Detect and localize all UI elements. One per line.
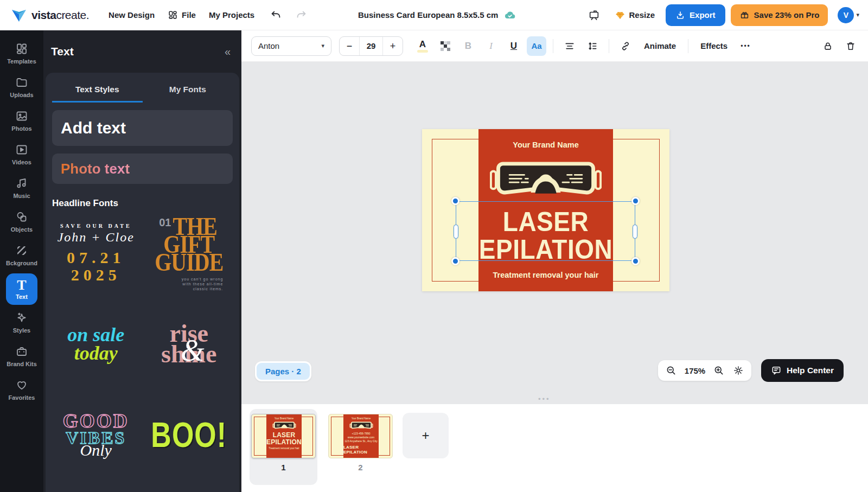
effects-button[interactable]: Effects (695, 37, 733, 55)
app-root: vistacreate. New Design File My Projects (0, 0, 868, 492)
sidebar-item-videos[interactable]: Videos (2, 139, 41, 170)
add-page-button[interactable]: + (403, 413, 449, 458)
sidebar-item-photos[interactable]: Photos (2, 105, 41, 137)
sidebar-item-templates[interactable]: Templates (2, 38, 41, 69)
collapse-panel-icon[interactable]: « (225, 46, 231, 58)
zoom-in-button[interactable] (710, 362, 727, 379)
chevron-down-icon: ▾ (856, 11, 859, 18)
resize-label: Resize (629, 10, 655, 20)
link-button[interactable] (616, 36, 635, 56)
file-grid-icon (168, 10, 178, 20)
text-style-gift-guide[interactable]: 01 THE GIFT GUIDE you can't go wrong wit… (145, 214, 233, 292)
more-options-icon[interactable]: ••• (736, 42, 755, 50)
add-text-button[interactable]: Add text (52, 110, 233, 146)
tab-text-styles[interactable]: Text Styles (52, 76, 143, 103)
selection-box[interactable] (456, 201, 635, 261)
divider (609, 39, 609, 53)
divider (553, 39, 553, 53)
image-icon (15, 110, 28, 123)
page-thumbnail-1[interactable]: Your Brand Name LASER EPILATION T (251, 414, 316, 458)
panel-tabs: Text Styles My Fonts (52, 76, 233, 103)
selection-handle-bottom-right[interactable] (631, 257, 640, 265)
photo-text-button[interactable]: Photo text (52, 154, 233, 184)
italic-button[interactable]: I (481, 36, 501, 56)
font-size-increase-button[interactable]: + (383, 37, 403, 55)
sidebar-item-objects[interactable]: Objects (2, 206, 41, 238)
tab-my-fonts[interactable]: My Fonts (143, 76, 233, 103)
export-label: Export (690, 10, 716, 20)
sidebar-item-label: Brand Kits (7, 361, 37, 367)
pages-pill[interactable]: Pages · 2 (255, 361, 311, 381)
text-highlight-button[interactable] (436, 36, 455, 56)
save-on-pro-button[interactable]: Save 23% on Pro (731, 4, 828, 26)
my-projects-button[interactable]: My Projects (202, 6, 261, 24)
sidebar-item-label: Favorites (9, 394, 35, 401)
gem-icon (615, 10, 626, 21)
sidebar-item-label: Videos (12, 159, 31, 165)
sidebar-item-brand-kits[interactable]: Brand Kits (2, 341, 41, 372)
undo-button[interactable] (266, 5, 286, 25)
zoom-level-value[interactable]: 175% (682, 366, 708, 375)
document-title[interactable]: Business Card European 8.5x5.5 cm (358, 10, 498, 20)
text-style-good-vibes-only[interactable]: GOOD VIBES Only (52, 395, 140, 473)
line-spacing-button[interactable] (583, 36, 602, 56)
download-icon (675, 10, 685, 20)
selection-handle-top-left[interactable] (451, 197, 459, 205)
strip-resize-handle[interactable]: ••• (538, 395, 551, 403)
redo-button[interactable] (291, 5, 311, 25)
text-color-button[interactable]: A (413, 36, 432, 56)
delete-button[interactable] (841, 36, 860, 56)
text-style-on-sale-today[interactable]: on sale today (52, 305, 140, 382)
sidebar-item-label: Photos (11, 125, 31, 132)
sidebar-item-label: Templates (7, 58, 36, 65)
vistacreate-logo[interactable]: vistacreate. (11, 7, 89, 23)
line-spacing-icon (587, 41, 598, 52)
sidebar-item-text[interactable]: T Text (6, 273, 37, 305)
text-align-button[interactable] (560, 36, 579, 56)
checkerboard-icon (441, 41, 450, 51)
canvas-area[interactable]: Your Brand Name (241, 62, 868, 404)
text-style-save-our-date[interactable]: SAVE OUR DATE John + Cloe 07.21 2025 (52, 214, 140, 292)
goggles-graphic[interactable] (490, 157, 602, 202)
text-tool-icon: T (17, 278, 26, 292)
font-family-select[interactable]: Anton ▾ (251, 36, 331, 56)
canvas-settings-button[interactable] (730, 362, 747, 379)
card-brand-name[interactable]: Your Brand Name (513, 140, 578, 149)
animate-button[interactable]: Animate (639, 37, 681, 55)
font-size-stepper: − 29 + (339, 36, 403, 56)
selection-handle-left[interactable] (454, 225, 458, 239)
text-style-rise-and-shine[interactable]: rise shine & (145, 305, 233, 382)
text-style-boo[interactable]: BOO! (145, 395, 233, 473)
font-size-decrease-button[interactable]: − (340, 37, 359, 55)
font-size-value[interactable]: 29 (359, 37, 383, 55)
text-panel: Text « Text Styles My Fonts Add text Pho… (43, 30, 241, 492)
sidebar-item-background[interactable]: Bckground (2, 240, 41, 271)
sidebar-item-favorites[interactable]: Favorites (2, 374, 41, 406)
page-strip: Your Brand Name LASER EPILATION T (241, 404, 868, 492)
text-case-button[interactable]: Aa (527, 36, 546, 56)
sidebar-item-uploads[interactable]: Uploads (2, 72, 41, 103)
account-menu[interactable]: V ▾ (838, 7, 859, 23)
file-menu[interactable]: File (161, 5, 202, 24)
tool-rail: Templates Uploads Photos Videos (0, 30, 43, 492)
sidebar-item-styles[interactable]: Styles (2, 307, 41, 338)
present-button[interactable] (584, 5, 604, 25)
goggles-mini (349, 421, 374, 430)
sidebar-item-music[interactable]: Music (2, 172, 41, 204)
underline-button[interactable]: U (504, 36, 524, 56)
bold-button[interactable]: B (458, 36, 478, 56)
new-design-button[interactable]: New Design (102, 6, 161, 24)
file-label: File (182, 10, 196, 20)
resize-button[interactable]: Resize (609, 5, 661, 25)
selection-handle-right[interactable] (633, 225, 637, 239)
redo-icon (295, 9, 307, 21)
selection-handle-bottom-left[interactable] (451, 257, 459, 265)
lock-button[interactable] (818, 36, 838, 56)
selection-handle-top-right[interactable] (631, 197, 640, 205)
export-button[interactable]: Export (666, 4, 725, 26)
help-center-button[interactable]: Help Center (761, 359, 844, 382)
zoom-out-button[interactable] (662, 362, 680, 379)
card-subtitle[interactable]: Treatment removal your hair (493, 271, 598, 279)
page-thumbnail-2[interactable]: Your Brand Name +123-456-7890 www.yourwe… (328, 414, 393, 458)
page-number-2: 2 (328, 463, 393, 472)
